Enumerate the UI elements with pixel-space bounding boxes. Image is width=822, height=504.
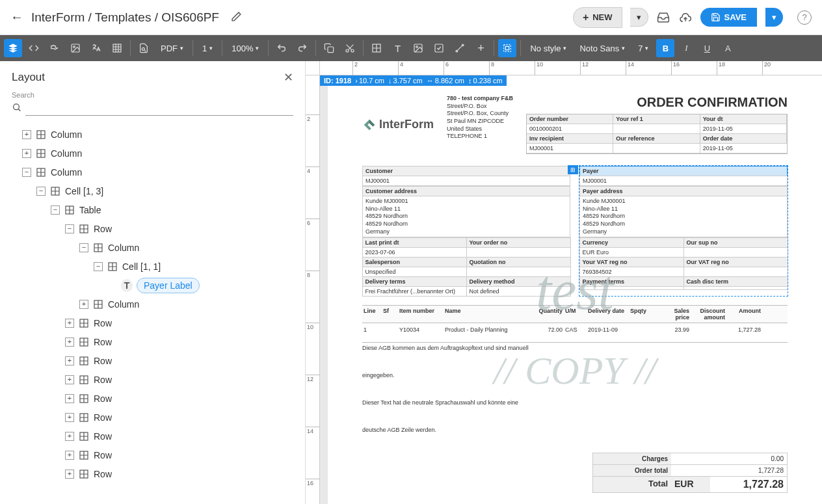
page-dropdown[interactable]: 1▾ (197, 39, 218, 57)
tree-item[interactable]: +Row (0, 370, 305, 389)
tree-item[interactable]: +Row (0, 427, 305, 445)
tree-item[interactable]: +Row (0, 332, 305, 351)
expand-icon[interactable]: + (65, 338, 74, 347)
tree-item-label: Row (94, 356, 112, 366)
tree-item[interactable]: −Cell [1, 1] (0, 257, 305, 276)
svg-point-6 (351, 49, 354, 52)
format-dropdown[interactable]: PDF▾ (155, 39, 189, 57)
layers-icon[interactable] (4, 39, 22, 57)
collapse-icon[interactable]: − (79, 243, 88, 252)
tree-item[interactable]: −Cell [1, 3] (0, 181, 305, 200)
image-icon[interactable] (66, 39, 85, 57)
expand-icon[interactable]: + (22, 130, 31, 139)
cloud-upload-icon[interactable] (678, 10, 693, 25)
insert-image-icon[interactable] (409, 39, 427, 57)
close-icon[interactable]: ✕ (284, 70, 293, 85)
tree-item[interactable]: +Column (0, 295, 305, 313)
tree-item-label: Cell [1, 1] (122, 261, 161, 272)
scrollbar-v[interactable] (320, 75, 328, 504)
tree-item[interactable]: −Row (0, 219, 305, 238)
tree-item[interactable]: −Column (0, 163, 305, 181)
zoom-dropdown[interactable]: 100%▾ (226, 39, 264, 57)
checkbox-icon[interactable] (430, 39, 448, 57)
translate-icon[interactable] (87, 39, 105, 57)
totals: Charges0.00 Order total1,727.28 TotalEUR… (592, 453, 788, 493)
rename-icon[interactable] (231, 11, 242, 24)
tree-item[interactable]: +Row (0, 351, 305, 370)
style-dropdown[interactable]: No style▾ (525, 39, 572, 57)
tree-item[interactable]: +Row (0, 445, 305, 464)
selection-handle-icon[interactable]: ⊞ (568, 165, 578, 174)
tree-item-label: Row (94, 412, 112, 423)
collapse-icon[interactable]: − (94, 262, 103, 271)
grid-icon (64, 204, 75, 216)
bold-button[interactable]: B (656, 39, 674, 57)
new-dropdown[interactable]: ▾ (630, 8, 648, 27)
tree-item[interactable]: −Table (0, 200, 305, 219)
font-dropdown[interactable]: Noto Sans▾ (574, 39, 630, 57)
font-color-button[interactable]: A (719, 39, 737, 57)
find-page-icon[interactable] (135, 39, 153, 57)
tree-item-label: Row (94, 375, 112, 385)
tree-item[interactable]: −Column (0, 238, 305, 257)
puzzle-icon[interactable] (46, 39, 64, 57)
expand-icon[interactable]: + (65, 319, 74, 328)
tree-item-label: Table (79, 205, 101, 215)
fontsize-dropdown[interactable]: 7▾ (633, 39, 654, 57)
code-icon[interactable] (25, 39, 43, 57)
svg-point-3 (142, 47, 144, 50)
expand-icon[interactable]: + (65, 470, 74, 479)
collapse-icon[interactable]: − (36, 187, 46, 196)
grid-icon (107, 261, 118, 272)
tree-item[interactable]: +Row (0, 313, 305, 332)
tree-item-label: Column (51, 129, 82, 140)
grid-icon (78, 336, 90, 348)
collapse-icon[interactable]: − (51, 206, 60, 215)
tree-item[interactable]: +Column (0, 144, 305, 163)
expand-icon[interactable]: + (65, 451, 74, 460)
expand-icon[interactable] (108, 281, 117, 290)
line-icon[interactable] (451, 39, 469, 57)
expand-icon[interactable]: + (65, 394, 74, 403)
undo-icon[interactable] (272, 39, 291, 57)
document-page[interactable]: test // COPY // InterForm 780 - test com… (351, 75, 799, 504)
grid-icon (78, 223, 90, 235)
select-all-icon[interactable] (498, 39, 516, 57)
tree-item-label: Cell [1, 3] (65, 186, 103, 196)
tree-item[interactable]: +Row (0, 389, 305, 408)
save-button[interactable]: SAVE (700, 8, 757, 27)
redo-icon[interactable] (293, 39, 312, 57)
tree-item[interactable]: +Row (0, 464, 305, 483)
save-dropdown[interactable]: ▾ (765, 8, 783, 27)
expand-icon[interactable]: + (22, 149, 31, 158)
items-table: LineSfItem numberNameQuantityU/MDelivery… (362, 305, 788, 434)
spreadsheet-icon[interactable] (108, 39, 126, 57)
help-button[interactable]: ? (797, 10, 812, 25)
expand-icon[interactable]: + (65, 413, 74, 422)
plus-icon[interactable]: + (471, 39, 490, 57)
table-icon[interactable] (367, 39, 386, 57)
search-input[interactable] (25, 99, 293, 116)
inbox-icon[interactable] (656, 10, 670, 25)
expand-icon[interactable]: + (65, 356, 74, 365)
underline-button[interactable]: U (698, 39, 716, 57)
cut-icon[interactable] (341, 39, 359, 57)
grid-icon (92, 298, 104, 310)
expand-icon[interactable]: + (65, 432, 74, 441)
tree-item[interactable]: TPayer Label (0, 276, 305, 295)
grid-icon (78, 374, 90, 386)
new-button[interactable]: +NEW (573, 7, 622, 28)
back-button[interactable]: ← (10, 10, 23, 25)
payer-block[interactable]: ⊞ PayerMJ00001 Payer addressKunde MJ0000… (579, 166, 788, 296)
expand-icon[interactable]: + (65, 375, 74, 384)
text-icon[interactable]: T (388, 39, 406, 57)
tree-item[interactable]: +Column (0, 125, 305, 144)
collapse-icon[interactable]: − (22, 168, 31, 177)
italic-button[interactable]: I (677, 39, 695, 57)
copy-icon[interactable] (320, 39, 338, 57)
tree-item[interactable]: +Row (0, 408, 305, 427)
expand-icon[interactable]: + (79, 300, 88, 309)
collapse-icon[interactable]: − (65, 224, 74, 233)
svg-point-9 (416, 46, 418, 48)
tree-item-label: Payer Label (137, 278, 200, 293)
